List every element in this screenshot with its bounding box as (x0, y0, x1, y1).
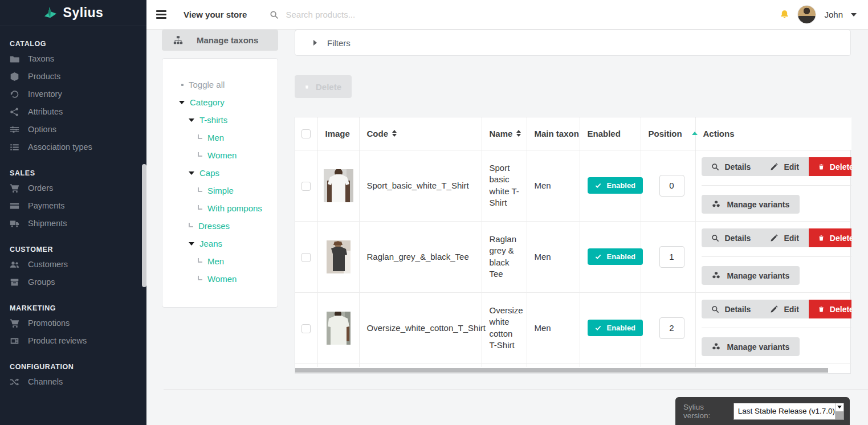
sidebar-item-promotions[interactable]: Promotions (10, 314, 137, 332)
edit-label: Edit (784, 162, 798, 171)
edit-button[interactable]: Edit (760, 300, 808, 318)
row-actions-group: Details Edit Delete (702, 300, 852, 318)
select-all-checkbox[interactable] (301, 129, 311, 138)
main-content: Filters Delete Image Code (295, 30, 851, 374)
manage-variants-button[interactable]: Manage variants (702, 266, 800, 285)
actions-divider (702, 185, 852, 186)
pencil-icon (770, 234, 778, 242)
enabled-label: Enabled (607, 252, 636, 261)
search-icon (711, 163, 719, 171)
section-title: MARKETING (10, 304, 137, 312)
row-checkbox[interactable] (301, 324, 311, 333)
sidebar-item-payments[interactable]: Payments (10, 197, 137, 214)
sidebar-item-label: Customers (28, 260, 68, 269)
sidebar-item-attributes[interactable]: Attributes (10, 103, 137, 120)
delete-button[interactable]: Delete (809, 300, 851, 318)
manage-variants-button[interactable]: Manage variants (702, 195, 800, 214)
edit-button[interactable]: Edit (760, 157, 808, 176)
position-input[interactable] (659, 246, 684, 268)
caret-down-icon (179, 101, 185, 104)
sidebar-item-orders[interactable]: Orders (10, 179, 137, 197)
pencil-icon (770, 163, 778, 171)
hamburger-menu-icon[interactable] (156, 9, 166, 21)
sort-by-name[interactable]: Name (490, 129, 521, 138)
bulk-delete-label: Delete (316, 82, 341, 92)
product-code: Sport_basic_white_T_Shirt (359, 150, 482, 221)
sort-by-position[interactable]: Position (649, 129, 698, 138)
bell-icon[interactable] (780, 10, 789, 19)
list-icon (10, 142, 19, 152)
caret-down-icon (189, 171, 194, 175)
users-icon (10, 260, 19, 269)
tree-item-jeans-men[interactable]: Men (162, 252, 278, 270)
sort-by-code[interactable]: Code (367, 129, 397, 138)
tree-item-with-pompons[interactable]: With pompons (162, 199, 278, 217)
header-enabled: Enabled (580, 117, 641, 150)
sidebar-item-label: Orders (28, 183, 53, 193)
view-store-link[interactable]: View your store (184, 10, 247, 19)
check-icon (595, 254, 601, 260)
enabled-badge: Enabled (588, 320, 643, 336)
version-select[interactable]: Last Stable Release (v1.7.0) (733, 403, 844, 420)
details-label: Details (725, 234, 751, 243)
user-name[interactable]: John (824, 10, 843, 19)
manage-taxons-label: Manage taxons (197, 35, 258, 45)
manage-variants-button[interactable]: Manage variants (702, 337, 800, 356)
horizontal-scrollbar-thumb[interactable] (295, 368, 828, 373)
history-icon (10, 89, 19, 99)
tree-label: Dresses (198, 221, 230, 231)
sidebar-scrollbar[interactable] (142, 164, 146, 287)
sidebar-item-products[interactable]: Products (10, 68, 137, 85)
search-input[interactable] (286, 10, 627, 19)
details-button[interactable]: Details (702, 228, 761, 247)
row-checkbox[interactable] (301, 253, 311, 262)
caret-down-icon (189, 118, 194, 122)
filters-accordion[interactable]: Filters (295, 30, 851, 56)
sliders-icon (10, 125, 19, 134)
sidebar-item-association-types[interactable]: Association types (10, 138, 137, 156)
row-checkbox[interactable] (301, 182, 311, 191)
cart-icon (10, 183, 19, 193)
folder-icon (10, 54, 19, 64)
products-table: Image Code Name Main taxon Enabled (295, 117, 851, 367)
tree-item-jeans-women[interactable]: Women (162, 270, 278, 288)
edit-button[interactable]: Edit (760, 228, 808, 247)
brand-logo[interactable]: Sylius (0, 0, 146, 26)
header-image: Image (317, 117, 359, 150)
tree-item-caps[interactable]: Caps (162, 164, 278, 182)
tree-item-men[interactable]: Men (162, 129, 278, 146)
delete-button[interactable]: Delete (809, 228, 851, 247)
tree-item-category[interactable]: Category (162, 93, 278, 111)
position-input[interactable] (659, 317, 684, 339)
edit-label: Edit (784, 305, 798, 314)
user-menu-caret-icon[interactable] (851, 13, 857, 17)
sidebar-item-inventory[interactable]: Inventory (10, 85, 137, 103)
sidebar-item-shipments[interactable]: Shipments (10, 215, 137, 232)
tree-item-jeans[interactable]: Jeans (162, 235, 278, 252)
branch-icon (189, 223, 193, 227)
bulk-delete-button[interactable]: Delete (295, 75, 352, 98)
tree-item-dresses[interactable]: Dresses (162, 217, 278, 235)
branch-icon (198, 276, 202, 280)
details-label: Details (725, 162, 751, 171)
details-button[interactable]: Details (702, 157, 761, 176)
sidebar-item-taxons[interactable]: Taxons (10, 50, 137, 67)
sidebar-item-product-reviews[interactable]: Product reviews (10, 332, 137, 349)
tree-item-simple[interactable]: Simple (162, 182, 278, 199)
tree-item-women[interactable]: Women (162, 146, 278, 164)
sidebar-item-channels[interactable]: Channels (10, 373, 137, 390)
sidebar-item-customers[interactable]: Customers (10, 256, 137, 273)
position-input[interactable] (659, 175, 684, 197)
manage-taxons-button[interactable]: Manage taxons (162, 30, 278, 51)
tree-toggle-all[interactable]: Toggle all (162, 76, 278, 93)
sidebar-item-groups[interactable]: Groups (10, 273, 137, 291)
sidebar-item-options[interactable]: Options (10, 121, 137, 138)
delete-button[interactable]: Delete (809, 157, 851, 176)
user-avatar[interactable] (797, 5, 816, 24)
sidebar-item-label: Products (28, 72, 60, 81)
details-button[interactable]: Details (702, 300, 761, 318)
tree-item-tshirts[interactable]: T-shirts (162, 111, 278, 129)
product-main-taxon: Men (527, 150, 580, 221)
table-row: Sport_basic_white_T_Shirt Sport basic wh… (295, 150, 851, 221)
enabled-label: Enabled (607, 324, 636, 332)
